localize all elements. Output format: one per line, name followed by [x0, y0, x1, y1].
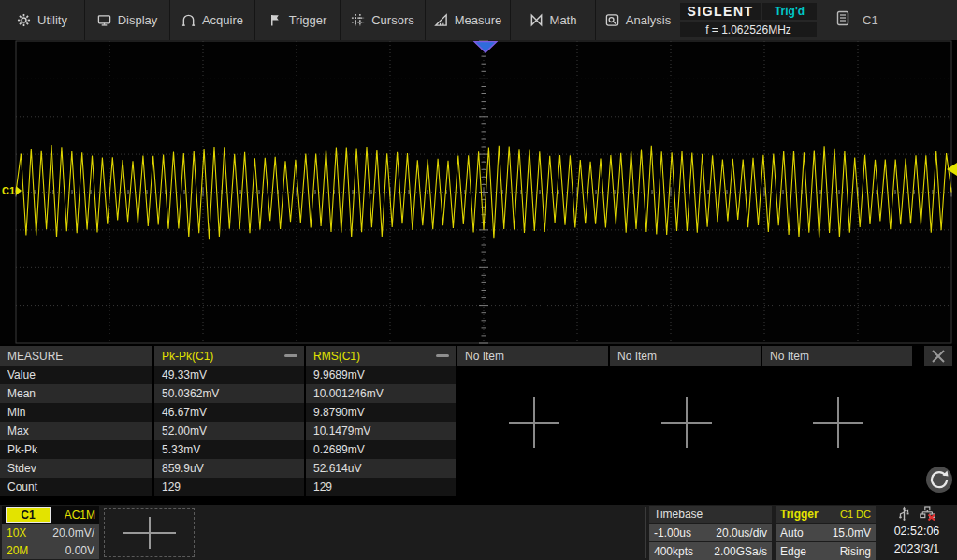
- row-label: Min: [0, 403, 152, 422]
- menu-display-label: Display: [118, 13, 158, 27]
- cell-value: 0.2689mV: [306, 440, 456, 459]
- trigger-slope: Rising: [840, 545, 871, 558]
- menu-display[interactable]: Display: [85, 0, 169, 40]
- add-measure-button[interactable]: [809, 394, 867, 454]
- measure-col-empty-1[interactable]: No Item: [457, 346, 608, 366]
- math-icon: [529, 13, 544, 27]
- menu-acquire[interactable]: Acquire: [170, 0, 254, 40]
- divider: [645, 507, 646, 558]
- trigger-source: C1 DC: [840, 509, 871, 520]
- frequency-counter: f = 1.062526MHz: [705, 23, 791, 36]
- cell-value: 10.1479mV: [306, 422, 456, 440]
- menu-trigger[interactable]: Trigger: [255, 0, 340, 40]
- cell-value: 9.9689mV: [306, 366, 456, 384]
- row-label: Mean: [0, 384, 152, 403]
- cell-value: 52.00mV: [154, 422, 304, 440]
- top-menu-bar: Utility Display Acquire Trigger: [0, 0, 957, 40]
- cursors-icon: [351, 13, 365, 27]
- cell-value: 129: [154, 478, 304, 496]
- plus-icon: [809, 394, 867, 452]
- channel1-probe: 10X: [7, 526, 26, 539]
- siglent-logo: SIGLENT: [687, 4, 753, 19]
- channel1-badge[interactable]: C1: [6, 507, 51, 523]
- menu-cursors[interactable]: Cursors: [341, 0, 425, 40]
- trigger-level-marker[interactable]: [947, 163, 957, 176]
- cell-value: 5.33mV: [154, 440, 304, 459]
- graticule-and-trace: [0, 40, 957, 344]
- siglent-logo-box: SIGLENT: [680, 3, 761, 20]
- menu-acquire-label: Acquire: [202, 13, 243, 27]
- menu-cursors-label: Cursors: [371, 13, 414, 27]
- gear-icon: [17, 13, 31, 27]
- plus-icon: [505, 394, 563, 452]
- menu-trigger-label: Trigger: [289, 13, 327, 27]
- usb-icon: [898, 506, 910, 524]
- active-channel-indicator[interactable]: C1: [819, 0, 957, 40]
- menu-math-label: Math: [550, 13, 577, 27]
- status-block: 02:52:06 2023/3/1: [879, 506, 954, 559]
- measure-col-pkpk[interactable]: Pk-Pk(C1): [154, 346, 304, 366]
- analysis-icon: [605, 13, 619, 27]
- menu-math[interactable]: Math: [511, 0, 595, 40]
- display-icon: [97, 13, 111, 27]
- remove-measure-icon[interactable]: [284, 354, 297, 357]
- trigger-position-marker[interactable]: [473, 40, 498, 57]
- menu-utility[interactable]: Utility: [0, 0, 84, 40]
- cell-value: 9.8790mV: [306, 403, 456, 422]
- timebase-title: Timebase: [654, 508, 703, 521]
- channel1-level-marker[interactable]: C1: [2, 185, 22, 196]
- menu-utility-label: Utility: [37, 13, 67, 27]
- cell-value: 46.67mV: [154, 403, 304, 422]
- measure-icon: [434, 13, 448, 27]
- oscilloscope-screen: Utility Display Acquire Trigger: [0, 0, 957, 560]
- row-label: Count: [0, 478, 152, 496]
- waveform-display-area: C1: [0, 40, 957, 344]
- menu-analysis[interactable]: Analysis: [596, 0, 680, 40]
- channel1-bandwidth: 20M: [7, 544, 28, 557]
- channel1-arrow-icon: [16, 186, 22, 195]
- cell-value: 859.9uV: [154, 459, 304, 478]
- brand-status-block: SIGLENT Trig'd f = 1.062526MHz: [677, 0, 819, 40]
- measure-col-empty-2[interactable]: No Item: [610, 346, 761, 366]
- add-channel-button[interactable]: [104, 508, 195, 557]
- clipboard-icon: [836, 10, 849, 30]
- bottom-status-bar: C1 AC1M 10X 20.0mV/ 20M 0.00V Timebase -…: [0, 505, 957, 560]
- close-measure-button[interactable]: [924, 346, 952, 366]
- acquire-icon: [181, 13, 196, 27]
- trigger-type: Edge: [780, 545, 806, 558]
- refresh-icon: [924, 465, 954, 495]
- remove-measure-icon[interactable]: [436, 354, 449, 357]
- menu-measure[interactable]: Measure: [426, 0, 510, 40]
- close-icon: [931, 349, 946, 364]
- table-row: Count 129 129: [0, 478, 957, 496]
- frequency-counter-box: f = 1.062526MHz: [680, 22, 817, 37]
- row-label: Pk-Pk: [0, 440, 152, 459]
- trigger-box[interactable]: Trigger C1 DC Auto 15.0mV Edge Rising: [776, 506, 876, 559]
- timebase-scale: 20.0us/div: [716, 526, 767, 539]
- add-measure-button[interactable]: [505, 394, 563, 454]
- measure-panel: MEASURE Pk-Pk(C1) RMS(C1) No Item No Ite…: [0, 346, 957, 497]
- cell-value: 10.001246mV: [306, 384, 456, 403]
- clock-date: 2023/3/1: [879, 540, 954, 558]
- table-row: Stdev 859.9uV 52.614uV: [0, 459, 957, 478]
- active-channel-label: C1: [863, 13, 878, 27]
- menu-measure-label: Measure: [455, 13, 502, 27]
- cell-value: 52.614uV: [306, 459, 456, 478]
- add-measure-button[interactable]: [658, 394, 716, 454]
- measure-col-empty-3[interactable]: No Item: [762, 346, 912, 366]
- lan-disconnected-icon: [920, 506, 935, 524]
- cell-value: 129: [306, 478, 456, 496]
- trigger-level: 15.0mV: [833, 526, 871, 539]
- measure-col-rms[interactable]: RMS(C1): [306, 346, 456, 366]
- clock-time: 02:52:06: [879, 523, 954, 540]
- table-row: Value 49.33mV 9.9689mV: [0, 366, 957, 384]
- channel1-scale: 20.0mV/: [52, 526, 94, 539]
- channel1-descriptor-box[interactable]: C1 AC1M 10X 20.0mV/ 20M 0.00V: [2, 506, 99, 559]
- gesture-refresh-button[interactable]: [924, 465, 954, 495]
- plus-icon: [120, 515, 180, 551]
- trigger-mode: Auto: [780, 526, 804, 539]
- timebase-box[interactable]: Timebase -1.00us 20.0us/div 400kpts 2.00…: [649, 506, 772, 559]
- row-label: Value: [0, 366, 152, 384]
- plus-icon: [658, 394, 716, 452]
- menu-analysis-label: Analysis: [626, 13, 671, 27]
